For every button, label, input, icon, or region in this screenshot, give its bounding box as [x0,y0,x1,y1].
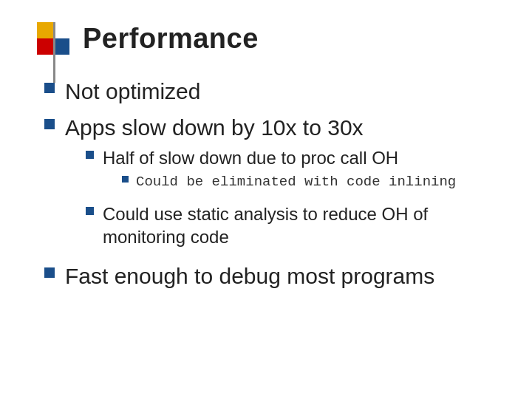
bullet-1-text: Not optimized [65,77,200,106]
bullet-2-2: Could use static analysis to reduce OH o… [86,202,495,248]
bullet-2-text: Apps slow down by 10x to 30x [65,115,364,140]
logo-sq-blue [53,38,69,55]
logo-sq-yellow [37,22,53,38]
slide-header: Performance [37,22,495,55]
slide: Performance Not optimized Apps slow down… [0,0,532,399]
bullet-2-1-1-text: Could be eliminated with code inlining [136,172,456,192]
logo-sq-white [53,22,69,38]
bullet-3-text: Fast enough to debug most programs [65,262,434,290]
bullet-3-marker [44,267,55,278]
bullet-3: Fast enough to debug most programs [44,262,495,290]
bullet-2-2-text: Could use static analysis to reduce OH o… [103,202,495,248]
bullet-2-1-1: Could be eliminated with code inlining [122,172,456,192]
bullet-1: Not optimized [44,77,495,106]
slide-content: Not optimized Apps slow down by 10x to 3… [37,77,495,290]
bullet-2-marker [44,119,55,129]
bullet-2-1-1-marker [122,176,129,183]
logo-sq-red [37,38,53,55]
slide-title: Performance [83,23,259,55]
bullet-2-1-marker [86,151,94,159]
bullet-1-marker [44,83,55,93]
bullet-2-children: Half of slow down due to proc call OH Co… [65,146,495,248]
bullet-2: Apps slow down by 10x to 30x Half of slo… [44,113,495,254]
bullet-2-1-children: Could be eliminated with code inlining [103,172,456,192]
header-divider [53,22,55,83]
bullet-2-1: Half of slow down due to proc call OH Co… [86,146,495,197]
bullet-2-1-text: Half of slow down due to proc call OH [103,148,398,168]
bullet-2-2-marker [86,207,94,215]
